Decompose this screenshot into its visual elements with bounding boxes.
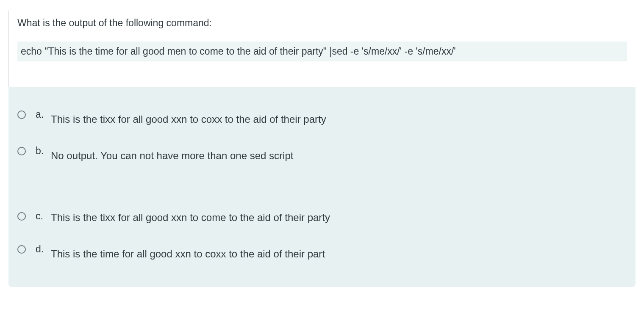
answer-option-c: c. This is the tixx for all good xxn to … — [17, 210, 627, 225]
radio-wrapper — [17, 146, 26, 156]
answer-option-b: b. No output. You can not have more than… — [17, 145, 627, 163]
option-letter: c. — [36, 210, 51, 222]
option-letter: d. — [36, 243, 51, 255]
option-letter: a. — [36, 109, 51, 120]
radio-wrapper — [17, 245, 26, 254]
option-text: This is the tixx for all good xxn to com… — [51, 210, 330, 225]
radio-button-c[interactable] — [17, 212, 26, 221]
question-container: What is the output of the following comm… — [8, 8, 636, 287]
radio-button-a[interactable] — [17, 111, 26, 119]
radio-wrapper — [17, 212, 26, 221]
radio-button-d[interactable] — [17, 245, 26, 254]
option-letter: b. — [36, 145, 51, 157]
radio-button-b[interactable] — [17, 147, 26, 155]
answer-option-a: a. This is the tixx for all good xxn to … — [17, 108, 627, 127]
answer-option-d: d. This is the time for all good xxn to … — [17, 243, 627, 262]
answer-options: a. This is the tixx for all good xxn to … — [8, 87, 636, 287]
option-text: This is the tixx for all good xxn to cox… — [51, 108, 326, 127]
question-code: echo "This is the time for all good men … — [17, 41, 627, 61]
radio-wrapper — [17, 110, 26, 119]
question-prompt: What is the output of the following comm… — [17, 16, 627, 30]
option-text: No output. You can not have more than on… — [51, 145, 293, 163]
question-stem: What is the output of the following comm… — [8, 8, 636, 87]
option-text: This is the time for all good xxn to cox… — [51, 243, 325, 262]
